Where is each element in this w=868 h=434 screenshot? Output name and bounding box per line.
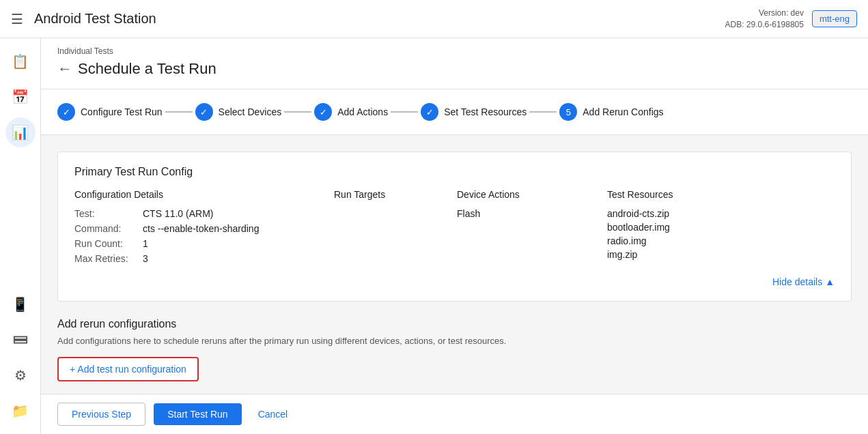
connector-2 <box>284 111 311 113</box>
command-label: Command: <box>74 223 143 234</box>
stepper: ✓ Configure Test Run ✓ Select Devices ✓ … <box>41 89 868 135</box>
test-resource-0: android-cts.zip <box>607 208 835 219</box>
run-targets-header: Run Targets <box>334 189 457 208</box>
breadcrumb: Individual Tests <box>57 46 852 56</box>
step-5-label: Add Rerun Configs <box>583 106 663 117</box>
content-area: Primary Test Run Config Configuration De… <box>41 135 868 394</box>
step-1-circle: ✓ <box>57 103 75 121</box>
connector-4 <box>529 111 557 113</box>
main-content: Primary Test Run Config Configuration De… <box>41 135 868 394</box>
step-4-circle: ✓ <box>421 103 438 121</box>
step-1-label: Configure Test Run <box>81 106 163 117</box>
topbar: ☰ Android Test Station Version: dev ADB:… <box>0 0 868 38</box>
step-5-number: 5 <box>566 107 571 117</box>
check-icon: ✓ <box>320 107 327 117</box>
add-config-button[interactable]: + Add test run configuration <box>57 357 199 381</box>
config-grid: Configuration Details Test: CTS 11.0 (AR… <box>74 189 835 268</box>
sidebar-item-phone[interactable]: 📱 <box>5 289 36 319</box>
test-value: CTS 11.0 (ARM) <box>143 208 213 219</box>
start-test-run-button[interactable]: Start Test Run <box>154 403 241 425</box>
primary-config-card: Primary Test Run Config Configuration De… <box>57 151 852 302</box>
main-layout: 📋 📅 📊 📱 ⚙ 📁 Individual Tests ← Schedule … <box>0 38 868 434</box>
runcount-label: Run Count: <box>74 238 143 249</box>
command-value: cts --enable-token-sharding <box>143 223 259 234</box>
back-button[interactable]: ← <box>57 60 72 78</box>
test-label: Test: <box>74 208 143 219</box>
test-resources-col: Test Resources android-cts.zip bootloade… <box>607 189 835 268</box>
card-title: Primary Test Run Config <box>74 166 835 178</box>
config-maxretries-field: Max Retries: 3 <box>74 253 334 264</box>
menu-icon[interactable]: ☰ <box>11 11 23 27</box>
app-title: Android Test Station <box>34 11 725 27</box>
cancel-button[interactable]: Cancel <box>250 403 296 425</box>
test-resource-2: radio.img <box>607 235 835 246</box>
config-runcount-field: Run Count: 1 <box>74 238 334 249</box>
step-select-devices: ✓ Select Devices <box>195 103 282 121</box>
check-icon: ✓ <box>426 107 434 117</box>
config-command-field: Command: cts --enable-token-sharding <box>74 223 334 234</box>
step-3-label: Add Actions <box>337 106 388 117</box>
sidebar-item-barchart[interactable]: 📊 <box>5 117 36 147</box>
hide-details-button[interactable]: Hide details ▲ <box>772 276 835 287</box>
version-info: Version: dev ADB: 29.0.6-6198805 <box>725 8 804 31</box>
step-5-circle: 5 <box>559 103 577 121</box>
hide-details-row: Hide details ▲ <box>74 276 835 287</box>
sidebar-item-settings[interactable]: ⚙ <box>5 360 36 390</box>
test-resources-header: Test Resources <box>607 189 835 208</box>
sidebar-item-calendar[interactable]: 📅 <box>5 82 36 112</box>
run-targets-col: Run Targets <box>334 189 457 268</box>
connector-3 <box>391 111 418 113</box>
maxretries-value: 3 <box>143 253 148 264</box>
test-resource-1: bootloader.img <box>607 222 835 233</box>
device-actions-header: Device Actions <box>457 189 607 208</box>
check-icon: ✓ <box>63 107 70 117</box>
step-2-circle: ✓ <box>195 103 213 121</box>
runcount-value: 1 <box>143 238 148 249</box>
svg-rect-0 <box>14 336 26 339</box>
config-details-col: Configuration Details Test: CTS 11.0 (AR… <box>74 189 334 268</box>
test-resource-3: img.zip <box>607 249 835 260</box>
sidebar-item-layers[interactable] <box>5 325 36 355</box>
page-header: Individual Tests ← Schedule a Test Run <box>41 38 868 89</box>
config-test-field: Test: CTS 11.0 (ARM) <box>74 208 334 219</box>
sidebar-item-folder[interactable]: 📁 <box>5 396 36 426</box>
rerun-title: Add rerun configurations <box>57 318 852 330</box>
step-3-circle: ✓ <box>314 103 332 121</box>
svg-rect-1 <box>14 341 26 343</box>
sidebar: 📋 📅 📊 📱 ⚙ 📁 <box>0 38 41 434</box>
step-add-actions: ✓ Add Actions <box>314 103 388 121</box>
rerun-desc: Add configurations here to schedule reru… <box>57 336 852 346</box>
config-details-header: Configuration Details <box>74 189 334 208</box>
page-title: Schedule a Test Run <box>78 60 216 78</box>
rerun-section: Add rerun configurations Add configurati… <box>57 318 852 381</box>
step-set-resources: ✓ Set Test Resources <box>421 103 527 121</box>
maxretries-label: Max Retries: <box>74 253 143 264</box>
step-4-label: Set Test Resources <box>444 106 527 117</box>
step-2-label: Select Devices <box>219 106 282 117</box>
step-configure: ✓ Configure Test Run <box>57 103 163 121</box>
chevron-up-icon: ▲ <box>825 276 835 287</box>
previous-step-button[interactable]: Previous Step <box>57 403 145 426</box>
device-actions-col: Device Actions Flash <box>457 189 607 268</box>
device-action-flash: Flash <box>457 208 607 219</box>
connector-1 <box>165 111 193 113</box>
hide-details-label: Hide details <box>772 276 822 287</box>
sidebar-item-clipboard[interactable]: 📋 <box>5 46 36 76</box>
bottom-actions: Previous Step Start Test Run Cancel <box>41 394 868 434</box>
step-add-rerun: 5 Add Rerun Configs <box>559 103 663 121</box>
environment-badge[interactable]: mtt-eng <box>812 10 857 27</box>
check-icon: ✓ <box>200 107 208 117</box>
